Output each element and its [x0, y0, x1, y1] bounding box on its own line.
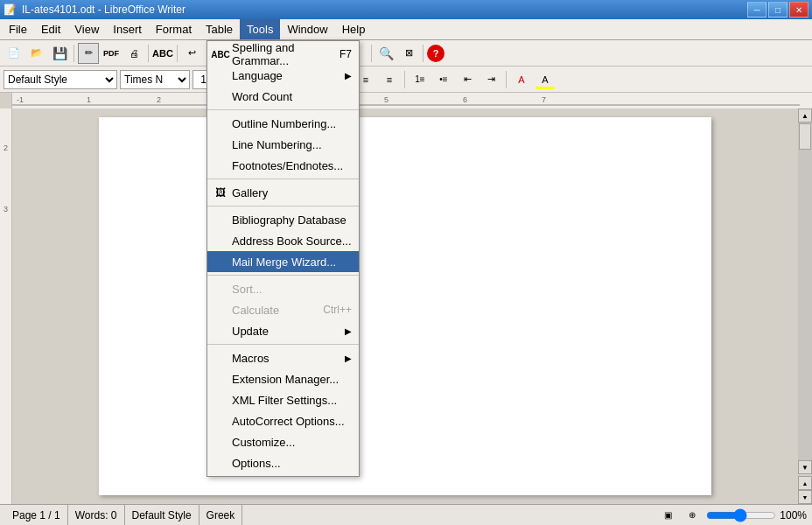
calculate-shortcut: Ctrl++: [323, 304, 352, 316]
menu-update[interactable]: Update ▶: [207, 320, 359, 341]
menu-options[interactable]: Options...: [207, 452, 359, 473]
menu-section-3: 🖼 Gallery: [207, 179, 359, 206]
menu-calculate: Calculate Ctrl++: [207, 299, 359, 320]
outline-label: Outline Numbering...: [232, 117, 336, 130]
menu-language[interactable]: Language ▶: [207, 65, 359, 86]
addressbook-label: Address Book Source...: [232, 234, 352, 248]
menu-line-numbering[interactable]: Line Numbering...: [207, 134, 359, 155]
macros-arrow: ▶: [345, 354, 352, 363]
menu-extension-manager[interactable]: Extension Manager...: [207, 368, 359, 389]
language-label: Language: [232, 69, 283, 82]
gallery-label: Gallery: [232, 186, 268, 200]
menu-gallery[interactable]: 🖼 Gallery: [207, 182, 359, 203]
update-label: Update: [232, 325, 269, 338]
menu-bibliography[interactable]: Bibliography Database: [207, 209, 359, 230]
xmlfilter-label: XML Filter Settings...: [232, 394, 337, 407]
macros-label: Macros: [232, 352, 270, 365]
language-arrow: ▶: [345, 71, 352, 80]
menu-mailmerge[interactable]: Mail Merge Wizard...: [207, 251, 359, 272]
menu-section-6: Macros ▶ Extension Manager... XML Filter…: [207, 345, 359, 476]
menu-xml-filter[interactable]: XML Filter Settings...: [207, 389, 359, 410]
menu-spelling[interactable]: ABC Spelling and Grammar... F7: [207, 44, 359, 65]
menu-sort: Sort...: [207, 278, 359, 299]
spelling-icon: ABC: [213, 46, 228, 62]
update-arrow: ▶: [345, 326, 352, 336]
menu-section-1: ABC Spelling and Grammar... F7 Language …: [207, 41, 359, 110]
mailmerge-label: Mail Merge Wizard...: [232, 256, 336, 269]
wordcount-label: Word Count: [232, 90, 292, 103]
autocorrect-label: AutoCorrect Options...: [232, 415, 345, 428]
menu-footnotes[interactable]: Footnotes/Endnotes...: [207, 155, 359, 176]
calculate-label: Calculate: [232, 304, 279, 317]
menu-section-2: Outline Numbering... Line Numbering... F…: [207, 110, 359, 179]
menu-addressbook[interactable]: Address Book Source...: [207, 230, 359, 251]
dropdown-overlay[interactable]: ABC Spelling and Grammar... F7 Language …: [0, 0, 812, 525]
spelling-shortcut: F7: [340, 48, 352, 60]
gallery-icon: 🖼: [213, 185, 228, 200]
customize-label: Customize...: [232, 436, 295, 449]
menu-autocorrect[interactable]: AutoCorrect Options...: [207, 410, 359, 431]
tools-menu: ABC Spelling and Grammar... F7 Language …: [206, 40, 360, 477]
bibliography-label: Bibliography Database: [232, 214, 346, 227]
menu-outline-numbering[interactable]: Outline Numbering...: [207, 113, 359, 134]
menu-section-4: Bibliography Database Address Book Sourc…: [207, 206, 359, 276]
extension-label: Extension Manager...: [232, 373, 339, 386]
menu-customize[interactable]: Customize...: [207, 431, 359, 452]
options-label: Options...: [232, 457, 281, 470]
sort-label: Sort...: [232, 283, 262, 296]
menu-section-5: Sort... Calculate Ctrl++ Update ▶: [207, 276, 359, 345]
linenumber-label: Line Numbering...: [232, 138, 322, 151]
menu-macros[interactable]: Macros ▶: [207, 347, 359, 368]
footnotes-label: Footnotes/Endnotes...: [232, 159, 343, 172]
menu-wordcount[interactable]: Word Count: [207, 86, 359, 107]
spelling-label: Spelling and Grammar...: [232, 41, 340, 67]
